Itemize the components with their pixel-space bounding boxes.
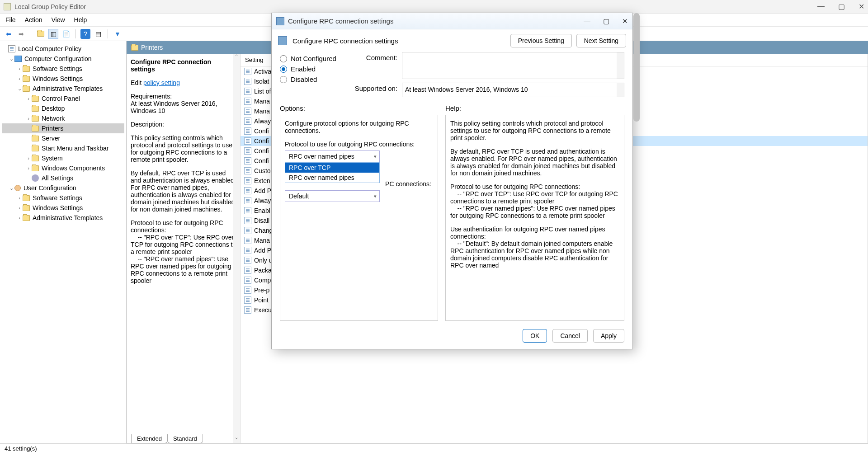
comment-field[interactable] (402, 52, 624, 79)
edit-policy-link[interactable]: policy setting (143, 79, 180, 86)
setting-icon (244, 78, 251, 85)
dropdown-option-rpc-tcp[interactable]: RPC over TCP (285, 163, 379, 173)
export-button[interactable]: 📄 (61, 29, 71, 39)
scrollbar[interactable] (633, 13, 640, 122)
radio-not-configured[interactable]: Not Configured (280, 55, 343, 62)
menu-help[interactable]: Help (74, 16, 87, 24)
tab-extended[interactable]: Extended (131, 434, 168, 443)
scrollbar[interactable]: ⌃⌄ (233, 54, 240, 443)
tree-software-settings[interactable]: ›Software Settings (2, 64, 124, 74)
dialog-header: Configure RPC connection settings Previo… (272, 29, 632, 52)
up-button[interactable] (36, 29, 46, 39)
folder-icon (23, 215, 30, 221)
properties-button[interactable]: ▤ (93, 29, 103, 39)
setting-icon (244, 118, 251, 125)
tree-network[interactable]: ›Network (2, 113, 124, 123)
separator (75, 29, 76, 38)
folder-icon (32, 136, 39, 141)
tree-uc-administrative-templates[interactable]: ›Administrative Templates (2, 213, 124, 223)
dialog-maximize-button[interactable]: ▢ (603, 17, 609, 25)
folder-icon (32, 116, 39, 122)
menu-file[interactable]: File (5, 16, 16, 24)
setting-label: Mana (254, 108, 270, 115)
menu-action[interactable]: Action (25, 16, 42, 24)
tree-root[interactable]: Local Computer Policy (2, 44, 124, 54)
close-button[interactable]: ✕ (859, 2, 864, 11)
dialog-title: Configure RPC connection settings (288, 17, 393, 25)
dialog-minimize-button[interactable]: — (584, 17, 590, 25)
maximize-button[interactable]: ▢ (838, 2, 845, 11)
previous-setting-button[interactable]: Previous Setting (510, 34, 572, 47)
tree-system[interactable]: ›System (2, 153, 124, 163)
setting-icon (244, 197, 251, 204)
tree-label: System (42, 155, 63, 162)
radio-disabled[interactable]: Disabled (280, 75, 343, 83)
setting-icon (244, 88, 251, 95)
ok-button[interactable]: OK (523, 329, 547, 343)
tree-start-menu-taskbar[interactable]: Start Menu and Taskbar (2, 143, 124, 153)
dialog-titlebar[interactable]: Configure RPC connection settings — ▢ ✕ (272, 13, 632, 29)
back-button[interactable]: ⬅ (4, 29, 14, 39)
setting-label: Activa (254, 68, 271, 75)
status-text: 41 setting(s) (5, 445, 37, 452)
setting-icon (244, 227, 251, 234)
combobox-value: Default (289, 193, 309, 200)
tree-printers[interactable]: Printers (2, 123, 124, 133)
radio-label: Not Configured (291, 55, 336, 62)
navigation-tree[interactable]: Local Computer Policy ⌄Computer Configur… (0, 41, 127, 443)
scrollbar[interactable] (617, 52, 624, 79)
supported-on-field: At least Windows Server 2016, Windows 10 (402, 83, 624, 97)
dialog-icon (276, 17, 284, 25)
tree-windows-components[interactable]: ›Windows Components (2, 163, 124, 173)
scrollbar[interactable] (617, 83, 624, 97)
forward-button[interactable]: ➡ (16, 29, 26, 39)
tree-computer-configuration[interactable]: ⌄Computer Configuration (2, 54, 124, 64)
show-hide-tree-button[interactable]: ▥ (48, 29, 58, 39)
radio-enabled[interactable]: Enabled (280, 65, 343, 73)
content-category: Printers (141, 44, 163, 51)
tree-server[interactable]: Server (2, 133, 124, 143)
radio-icon (280, 76, 287, 83)
dialog-header-icon (278, 36, 287, 45)
help-button[interactable]: ? (80, 29, 90, 39)
gear-icon (32, 174, 39, 182)
help-label: Help: (445, 104, 624, 112)
tree-administrative-templates[interactable]: ⌄Administrative Templates (2, 84, 124, 94)
tree-uc-windows-settings[interactable]: ›Windows Settings (2, 203, 124, 213)
auth-combobox[interactable]: Default (285, 190, 380, 202)
description-text: This policy setting controls which proto… (131, 134, 236, 163)
separator (31, 29, 31, 38)
setting-label: Packa (254, 267, 272, 274)
setting-label: Custo (254, 167, 271, 174)
radio-label: Enabled (291, 65, 316, 73)
folder-icon (32, 155, 39, 161)
menu-view[interactable]: View (51, 16, 65, 24)
state-radios: Not Configured Enabled Disabled (280, 52, 343, 86)
next-setting-button[interactable]: Next Setting (576, 34, 626, 47)
tree-control-panel[interactable]: ›Control Panel (2, 94, 124, 103)
protocol-combobox[interactable]: RPC over named pipes RPC over TCP RPC ov… (285, 150, 380, 162)
description-text: Protocol to use for outgoing RPC connect… (131, 219, 223, 234)
dialog-close-button[interactable]: ✕ (622, 17, 628, 25)
minimize-button[interactable]: — (817, 2, 825, 11)
tree-desktop[interactable]: Desktop (2, 103, 124, 113)
setting-icon (244, 127, 251, 135)
policy-dialog: Configure RPC connection settings — ▢ ✕ … (271, 13, 633, 349)
tree-all-settings[interactable]: All Settings (2, 173, 124, 183)
filter-button[interactable]: ▼ (113, 29, 123, 39)
tab-standard[interactable]: Standard (167, 434, 203, 443)
cancel-button[interactable]: Cancel (552, 329, 588, 343)
comment-label: Comment: (352, 52, 402, 61)
setting-icon (244, 207, 251, 214)
requirements-label: Requirements: (131, 93, 172, 100)
tree-uc-software-settings[interactable]: ›Software Settings (2, 193, 124, 203)
tree-windows-settings[interactable]: ›Windows Settings (2, 74, 124, 84)
dropdown-option-rpc-pipes[interactable]: RPC over named pipes (285, 173, 379, 183)
tree-user-configuration[interactable]: ⌄User Configuration (2, 183, 124, 193)
apply-button[interactable]: Apply (593, 329, 624, 343)
folder-icon (23, 86, 30, 92)
options-label: Options: (280, 104, 438, 112)
folder-icon (32, 126, 39, 132)
setting-icon (244, 306, 251, 314)
dialog-window-controls: — ▢ ✕ (584, 17, 628, 25)
